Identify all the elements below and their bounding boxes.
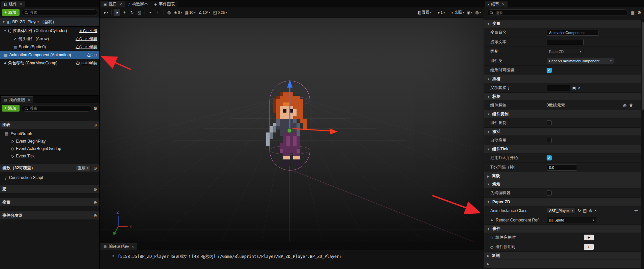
my-blueprint-search[interactable] bbox=[22, 105, 91, 112]
expander-icon[interactable]: ▼ bbox=[487, 227, 490, 231]
section-advanced[interactable]: ▶ 高级 bbox=[484, 172, 641, 180]
parent-socket-input[interactable] bbox=[547, 85, 570, 91]
component-class-select[interactable]: PaperZDAnimationComponent ▾ bbox=[547, 58, 614, 64]
tab-compiler-results[interactable]: ▤ 编译器结果 × bbox=[100, 243, 137, 250]
component-row-charmove[interactable]: ◆ 角色移动 (CharMoveComp) 在C++中编辑 bbox=[0, 59, 99, 67]
section-tags[interactable]: ▼ 标签 bbox=[484, 93, 641, 101]
tab-my-blueprint[interactable]: ▤ 我的蓝图 × bbox=[1, 96, 33, 103]
clear-icon[interactable]: × bbox=[594, 208, 596, 213]
tab-components[interactable]: ◧ 组件 × bbox=[1, 1, 25, 7]
expander-icon[interactable]: ▶ bbox=[487, 175, 489, 178]
browse-asset-icon[interactable]: ▤ bbox=[583, 208, 587, 213]
components-search-input[interactable] bbox=[22, 10, 97, 14]
trash-icon[interactable] bbox=[629, 103, 633, 108]
add-blueprint-item-button[interactable]: + 添加 bbox=[2, 105, 20, 112]
functions-section-header[interactable]: 函数（32可覆盖） 重载 ▾ ⊕ bbox=[0, 164, 99, 172]
tab-event-graph[interactable]: ◈ 事件图表 bbox=[151, 1, 178, 7]
rotate-tool-button[interactable]: ↻ bbox=[128, 9, 135, 16]
component-root-row[interactable]: ▼ ◧ BP_ZD_Player （自我） bbox=[0, 18, 99, 27]
tooltip-input[interactable] bbox=[547, 39, 584, 45]
gear-icon[interactable]: ⚙ bbox=[637, 10, 641, 15]
tab-details[interactable]: ▪ 细节 × bbox=[485, 1, 508, 7]
camera-speed-dropdown[interactable]: ▸ 1 ▾ bbox=[437, 9, 446, 16]
event-beginplay-item[interactable]: ◇ Event BeginPlay bbox=[0, 138, 99, 145]
component-row-sprite[interactable]: ▦ Sprite (Sprite0) 在C++中编辑 bbox=[0, 43, 99, 51]
expander-icon[interactable]: ▼ bbox=[487, 130, 490, 133]
reset-to-default-icon[interactable]: ↩ bbox=[634, 208, 638, 213]
surface-snap-value-dropdown[interactable]: ◈ 0 ▾ bbox=[173, 9, 183, 16]
gear-icon[interactable]: ⚙ bbox=[93, 106, 97, 111]
add-macro-icon[interactable]: ⊕ bbox=[93, 187, 97, 192]
details-search-input[interactable] bbox=[487, 11, 627, 15]
my-blueprint-search-input[interactable] bbox=[22, 106, 91, 110]
toolbar-overflow-button[interactable]: ⋮ bbox=[154, 9, 161, 16]
edit-in-cpp-link[interactable]: 在C++ bbox=[87, 53, 97, 58]
variables-section-header[interactable]: 变量 ⊕ bbox=[0, 198, 99, 206]
add-event-button[interactable]: + bbox=[584, 244, 594, 250]
add-icon[interactable]: ⊕ bbox=[589, 208, 592, 213]
construction-script-item[interactable]: ƒ Construction Script bbox=[0, 174, 99, 181]
section-events[interactable]: ▼ 事件 bbox=[484, 225, 641, 233]
macros-section-header[interactable]: 宏 ⊕ bbox=[0, 185, 99, 193]
section-activation[interactable]: ▼ 激活 bbox=[484, 128, 641, 136]
grid-snap-dropdown[interactable]: ▦ 10 ▾ bbox=[184, 9, 196, 16]
auto-activate-checkbox[interactable] bbox=[547, 138, 552, 143]
close-icon[interactable]: × bbox=[28, 97, 30, 102]
component-replicates-checkbox[interactable] bbox=[547, 120, 552, 125]
tab-construction-script[interactable]: ƒ 构造脚本 bbox=[125, 1, 151, 7]
edit-in-cpp-link[interactable]: 在C++中编 bbox=[79, 28, 97, 33]
component-row-capsule[interactable]: ▼ 胶囊体组件 (CollisionCylinder) 在C++中编 bbox=[0, 27, 99, 35]
surface-snap-button[interactable]: ◓ bbox=[147, 9, 154, 16]
move-tool-button[interactable]: + bbox=[121, 9, 128, 16]
details-search[interactable] bbox=[487, 9, 628, 16]
add-variable-icon[interactable]: ⊕ bbox=[93, 200, 97, 205]
section-component-tick[interactable]: ▼ 组件Tick bbox=[484, 145, 641, 153]
editable-when-inherited-checkbox[interactable] bbox=[547, 68, 552, 73]
close-icon[interactable]: × bbox=[131, 244, 134, 249]
section-replication[interactable]: ▶ 复制 bbox=[484, 252, 641, 260]
gizmo-origin[interactable] bbox=[287, 129, 292, 133]
expander-icon[interactable]: ▼ bbox=[487, 22, 490, 26]
viewport-3d[interactable]: Z X bbox=[100, 18, 484, 242]
show-flags-dropdown[interactable]: ◉ ▾ bbox=[466, 9, 473, 16]
render-component-ref-select[interactable]: ▥ Sprite ▾ bbox=[547, 217, 596, 223]
section-sockets[interactable]: ▼ 插槽 bbox=[484, 75, 641, 83]
cursor-mode-button[interactable]: ▲ ▾ bbox=[102, 9, 109, 16]
section-component-replication[interactable]: ▼ 组件复制 bbox=[484, 110, 641, 118]
add-event-button[interactable]: + bbox=[584, 235, 594, 240]
expander-icon[interactable]: ▶ bbox=[490, 218, 494, 222]
scale-snap-dropdown[interactable]: ◱ 0.25 ▾ bbox=[212, 9, 228, 16]
display-filter-icon[interactable]: ▦ bbox=[631, 10, 635, 15]
clear-icon[interactable]: × bbox=[578, 86, 580, 90]
edit-in-cpp-link[interactable]: 在C++中编辑 bbox=[75, 44, 97, 50]
eventgraph-item[interactable]: ▤ EventGraph bbox=[0, 130, 99, 138]
add-dispatcher-icon[interactable]: ⊕ bbox=[93, 213, 97, 218]
add-array-element-icon[interactable]: ⊕ bbox=[623, 103, 627, 108]
section-clipped[interactable]: ▶ bbox=[484, 260, 641, 268]
expander-icon[interactable]: ▼ bbox=[487, 78, 490, 81]
expander-icon[interactable]: ▼ bbox=[487, 95, 490, 98]
close-icon[interactable]: × bbox=[119, 2, 122, 7]
close-icon[interactable]: × bbox=[20, 2, 22, 7]
use-selected-asset-icon[interactable]: ↻ bbox=[578, 208, 581, 213]
preview-effects-dropdown[interactable]: ◍ ▾ bbox=[474, 9, 482, 16]
expander-icon[interactable]: ▼ bbox=[487, 113, 490, 116]
expander-icon[interactable]: ▼ bbox=[487, 183, 490, 186]
world-space-button[interactable]: ◍ bbox=[165, 9, 172, 16]
graphs-section-header[interactable]: 图表 ⊕ bbox=[0, 121, 99, 129]
section-paper-zd[interactable]: ▼ Paper ZD bbox=[484, 198, 641, 206]
section-cooking[interactable]: ▼ 烘焙 bbox=[484, 180, 641, 188]
override-dropdown[interactable]: 重载 ▾ bbox=[76, 165, 91, 171]
tick-enabled-checkbox[interactable] bbox=[547, 155, 552, 160]
editor-only-checkbox[interactable] bbox=[547, 190, 552, 196]
category-select[interactable]: PaperZD ▾ bbox=[547, 48, 584, 55]
expander-icon[interactable]: ▶ bbox=[487, 254, 489, 258]
add-graph-icon[interactable]: ⊕ bbox=[93, 122, 97, 127]
components-search[interactable] bbox=[22, 9, 97, 16]
details-scrollbar[interactable] bbox=[641, 19, 644, 269]
socket-picker-icon[interactable]: ▣ bbox=[572, 86, 576, 90]
edit-in-cpp-link[interactable]: 在C++中编辑 bbox=[75, 36, 97, 41]
dispatchers-section-header[interactable]: 事件分发器 ⊕ bbox=[0, 211, 99, 219]
variable-name-input[interactable]: AnimationComponent bbox=[547, 30, 599, 36]
expander-icon[interactable]: ▼ bbox=[487, 148, 490, 151]
